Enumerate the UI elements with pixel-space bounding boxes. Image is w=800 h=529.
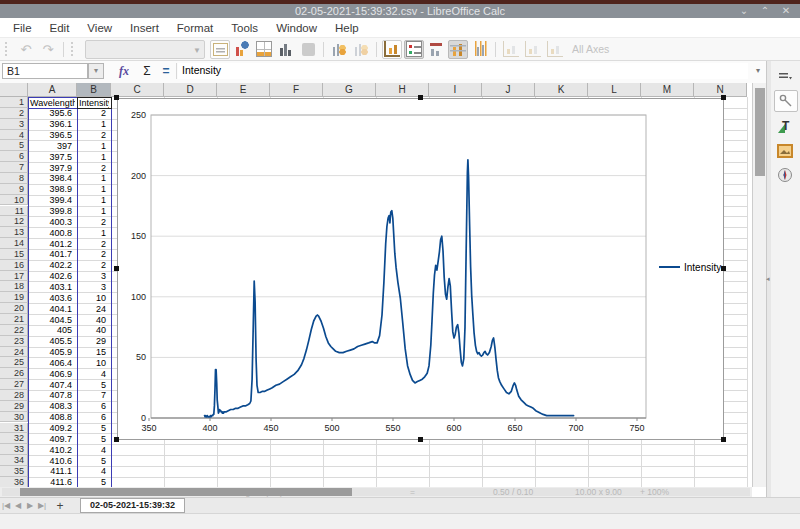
menu-file[interactable]: File: [4, 20, 41, 36]
row-header-10[interactable]: 10: [0, 195, 28, 206]
cell-A25[interactable]: 406.4: [29, 358, 75, 369]
cell-B10[interactable]: 1: [78, 195, 109, 206]
cell-A18[interactable]: 403.1: [29, 282, 75, 293]
cell-A11[interactable]: 399.8: [29, 206, 75, 217]
row-header-33[interactable]: 33: [0, 444, 28, 455]
cell-A36[interactable]: 411.6: [29, 477, 75, 487]
column-header-J[interactable]: J: [482, 83, 535, 97]
row-header-2[interactable]: 2: [0, 108, 28, 119]
cell-A14[interactable]: 401.2: [29, 239, 75, 250]
titles-icon[interactable]: [426, 40, 446, 59]
cell-B31[interactable]: 5: [78, 423, 109, 434]
z-axis-icon[interactable]: [545, 40, 565, 59]
row-header-6[interactable]: 6: [0, 151, 28, 162]
previous-sheet-icon[interactable]: ◀: [12, 501, 24, 510]
cell-B16[interactable]: 2: [78, 260, 109, 271]
cell-B35[interactable]: 4: [78, 466, 109, 477]
row-header-26[interactable]: 26: [0, 368, 28, 379]
row-header-3[interactable]: 3: [0, 119, 28, 130]
selection-handle[interactable]: [114, 266, 119, 271]
sum-icon[interactable]: Σ: [138, 63, 156, 79]
cell-B11[interactable]: 1: [78, 206, 109, 217]
cell-B33[interactable]: 4: [78, 445, 109, 456]
row-header-7[interactable]: 7: [0, 162, 28, 173]
properties-icon[interactable]: [774, 90, 798, 112]
first-sheet-icon[interactable]: |◀: [0, 501, 12, 510]
cell-A2[interactable]: 395.6: [29, 108, 75, 119]
undo-icon[interactable]: ↶: [16, 40, 36, 59]
chart-type-icon[interactable]: [232, 40, 252, 59]
menu-help[interactable]: Help: [326, 20, 368, 36]
cell-B25[interactable]: 10: [78, 358, 109, 369]
cell-B5[interactable]: 1: [78, 141, 109, 152]
formula-input-line[interactable]: Intensity: [178, 63, 748, 79]
selection-handle[interactable]: [418, 437, 423, 442]
cell-A4[interactable]: 396.5: [29, 130, 75, 141]
row-header-11[interactable]: 11: [0, 206, 28, 217]
cell-A32[interactable]: 409.7: [29, 434, 75, 445]
cell-A31[interactable]: 409.2: [29, 423, 75, 434]
cell-A10[interactable]: 399.4: [29, 195, 75, 206]
cell-B8[interactable]: 1: [78, 173, 109, 184]
horizontal-grids-icon[interactable]: [448, 40, 468, 59]
cell-A24[interactable]: 405.9: [29, 347, 75, 358]
navigator-icon[interactable]: [774, 165, 796, 185]
menu-format[interactable]: Format: [168, 20, 222, 36]
row-header-20[interactable]: 20: [0, 303, 28, 314]
row-header-8[interactable]: 8: [0, 173, 28, 184]
cell-A30[interactable]: 408.8: [29, 412, 75, 423]
axes-icon[interactable]: [382, 40, 402, 59]
minimize-icon[interactable]: ⌄: [738, 4, 750, 18]
row-header-14[interactable]: 14: [0, 238, 28, 249]
gallery-icon[interactable]: [774, 141, 796, 161]
row-header-9[interactable]: 9: [0, 184, 28, 195]
data-in-columns-icon[interactable]: [351, 40, 371, 59]
expand-formula-bar-icon[interactable]: ▾: [751, 63, 765, 79]
chart-display-icon[interactable]: [276, 40, 296, 59]
selection-handle[interactable]: [721, 95, 726, 100]
last-sheet-icon[interactable]: ▶|: [36, 501, 48, 510]
sidebar-settings-icon[interactable]: [774, 67, 796, 87]
cell-A3[interactable]: 396.1: [29, 119, 75, 130]
sidebar-hide-grip[interactable]: ◂: [767, 61, 771, 513]
column-header-M[interactable]: M: [641, 83, 694, 97]
row-header-5[interactable]: 5: [0, 140, 28, 151]
format-selection-icon[interactable]: [210, 40, 230, 59]
cell-A26[interactable]: 406.9: [29, 369, 75, 380]
column-header-E[interactable]: E: [217, 83, 270, 97]
cell-A22[interactable]: 405: [29, 325, 75, 336]
cell-B28[interactable]: 7: [78, 390, 109, 401]
menu-view[interactable]: View: [78, 20, 121, 36]
vertical-scrollbar-thumb[interactable]: [755, 88, 765, 176]
formula-icon[interactable]: =: [158, 63, 174, 79]
cell-B13[interactable]: 1: [78, 228, 109, 239]
cell-A21[interactable]: 404.5: [29, 315, 75, 326]
row-header-32[interactable]: 32: [0, 433, 28, 444]
cell-A17[interactable]: 402.6: [29, 271, 75, 282]
sheet-tab-active[interactable]: 02-05-2021-15:39:32: [80, 498, 185, 513]
cell-B26[interactable]: 4: [78, 369, 109, 380]
row-header-13[interactable]: 13: [0, 227, 28, 238]
cell-B20[interactable]: 24: [78, 304, 109, 315]
title-bar[interactable]: 02-05-2021-15:39:32.csv - LibreOffice Ca…: [0, 0, 800, 18]
cell-A23[interactable]: 405.5: [29, 336, 75, 347]
cell-A33[interactable]: 410.2: [29, 445, 75, 456]
next-sheet-icon[interactable]: ▶: [24, 501, 36, 510]
cell-A8[interactable]: 398.4: [29, 173, 75, 184]
spreadsheet-grid[interactable]: ABCDEFGHIJKLMN 1WavelengthIntensity2395.…: [0, 83, 752, 487]
cell-A7[interactable]: 397.9: [29, 163, 75, 174]
add-sheet-icon[interactable]: +: [52, 499, 68, 513]
cell-B12[interactable]: 2: [78, 217, 109, 228]
cell-B14[interactable]: 2: [78, 239, 109, 250]
row-header-23[interactable]: 23: [0, 336, 28, 347]
row-header-19[interactable]: 19: [0, 292, 28, 303]
selection-handle[interactable]: [721, 266, 726, 271]
close-icon[interactable]: ✕: [780, 4, 792, 18]
chart-element-combobox[interactable]: ▼: [85, 40, 205, 59]
menu-edit[interactable]: Edit: [41, 20, 79, 36]
cell-B4[interactable]: 2: [78, 130, 109, 141]
cell-B24[interactable]: 15: [78, 347, 109, 358]
horizontal-scrollbar-thumb[interactable]: [20, 488, 352, 496]
cell-B21[interactable]: 40: [78, 315, 109, 326]
row-header-17[interactable]: 17: [0, 271, 28, 282]
